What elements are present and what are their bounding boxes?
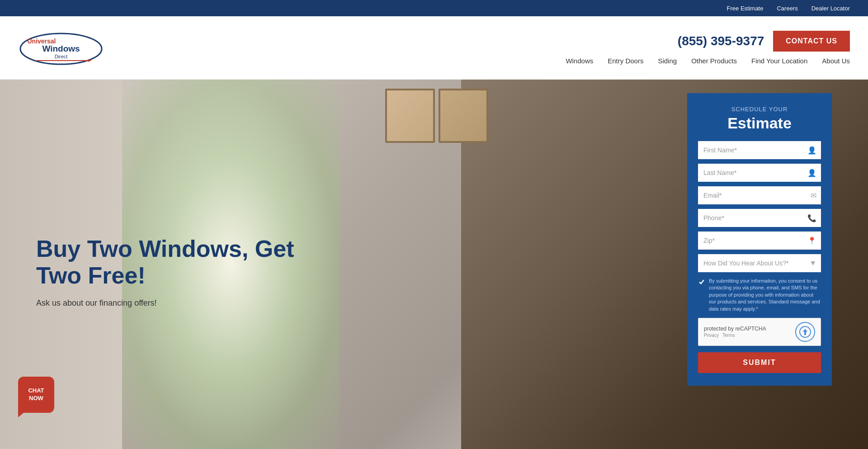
submit-button[interactable]: SUBMIT [698, 352, 821, 373]
person-icon-first: 👤 [807, 146, 816, 155]
phone-input[interactable] [698, 209, 821, 227]
person-icon-last: 👤 [807, 169, 816, 177]
recaptcha-bar: protected by reCAPTCHA Privacy Terms [698, 318, 821, 346]
email-field: ✉ [698, 186, 821, 204]
recaptcha-text-area: protected by reCAPTCHA Privacy Terms [704, 326, 766, 338]
zip-input[interactable] [698, 232, 821, 250]
nav-menu: Windows Entry Doors Siding Other Product… [566, 57, 850, 65]
recaptcha-logo [795, 322, 815, 342]
nav-about-us[interactable]: About Us [822, 57, 850, 65]
chevron-down-icon: ▼ [809, 259, 816, 267]
phone-contact-area: (855) 395-9377 CONTACT US [678, 31, 850, 52]
top-bar: Free Estimate Careers Dealer Locator [0, 0, 868, 16]
consent-text: By submitting your information, you cons… [709, 278, 821, 312]
recaptcha-label: protected by reCAPTCHA [704, 326, 766, 332]
logo-area[interactable]: Universal Windows Direct [18, 30, 104, 66]
careers-link[interactable]: Careers [777, 5, 797, 12]
free-estimate-link[interactable]: Free Estimate [727, 5, 764, 12]
recaptcha-terms-link[interactable]: Terms [722, 333, 735, 338]
estimate-panel: SCHEDULE YOUR Estimate 👤 👤 ✉ 📞 📍 How Did… [687, 93, 832, 386]
location-icon: 📍 [807, 236, 816, 245]
phone-number: (855) 395-9377 [678, 34, 764, 48]
chat-label-line1: CHAT [28, 387, 44, 395]
header: Universal Windows Direct (855) 395-9377 … [0, 16, 868, 80]
recaptcha-icon [798, 325, 812, 339]
logo-svg: Universal Windows Direct [18, 30, 104, 66]
dealer-locator-link[interactable]: Dealer Locator [811, 5, 850, 12]
how-heard-field: How Did You Hear About Us?* Google Faceb… [698, 254, 821, 272]
nav-entry-doors[interactable]: Entry Doors [608, 57, 643, 65]
chat-now-button[interactable]: CHAT NOW [18, 377, 54, 413]
recaptcha-links: Privacy Terms [704, 333, 766, 338]
hero-subtext: Ask us about our financing offers! [36, 298, 307, 308]
email-icon: ✉ [811, 191, 816, 200]
photo-frame-1 [385, 89, 435, 143]
how-heard-select[interactable]: How Did You Hear About Us?* Google Faceb… [698, 254, 821, 272]
estimate-title: Estimate [698, 114, 821, 132]
first-name-input[interactable] [698, 141, 821, 159]
zip-field: 📍 [698, 232, 821, 250]
consent-checkbox[interactable] [698, 279, 705, 286]
hero-headline: Buy Two Windows, Get Two Free! [36, 235, 307, 289]
recaptcha-privacy-link[interactable]: Privacy [704, 333, 719, 338]
last-name-field: 👤 [698, 164, 821, 182]
nav-siding[interactable]: Siding [658, 57, 677, 65]
svg-text:Windows: Windows [42, 44, 80, 53]
nav-other-products[interactable]: Other Products [691, 57, 737, 65]
photo-frame-2 [439, 89, 488, 143]
header-right: (855) 395-9377 CONTACT US Windows Entry … [566, 31, 850, 65]
estimate-schedule-label: SCHEDULE YOUR [698, 106, 821, 113]
consent-area: By submitting your information, you cons… [698, 278, 821, 312]
email-input[interactable] [698, 186, 821, 204]
last-name-input[interactable] [698, 164, 821, 182]
phone-field: 📞 [698, 209, 821, 227]
phone-icon: 📞 [807, 214, 816, 222]
chat-label-line2: NOW [29, 395, 43, 402]
nav-windows[interactable]: Windows [566, 57, 593, 65]
nav-find-location[interactable]: Find Your Location [751, 57, 807, 65]
photo-frames [385, 89, 488, 143]
contact-us-button[interactable]: CONTACT US [773, 31, 850, 52]
hero-section: Buy Two Windows, Get Two Free! Ask us ab… [0, 80, 868, 449]
first-name-field: 👤 [698, 141, 821, 159]
svg-text:Direct: Direct [55, 54, 68, 59]
hero-content: Buy Two Windows, Get Two Free! Ask us ab… [36, 235, 307, 308]
